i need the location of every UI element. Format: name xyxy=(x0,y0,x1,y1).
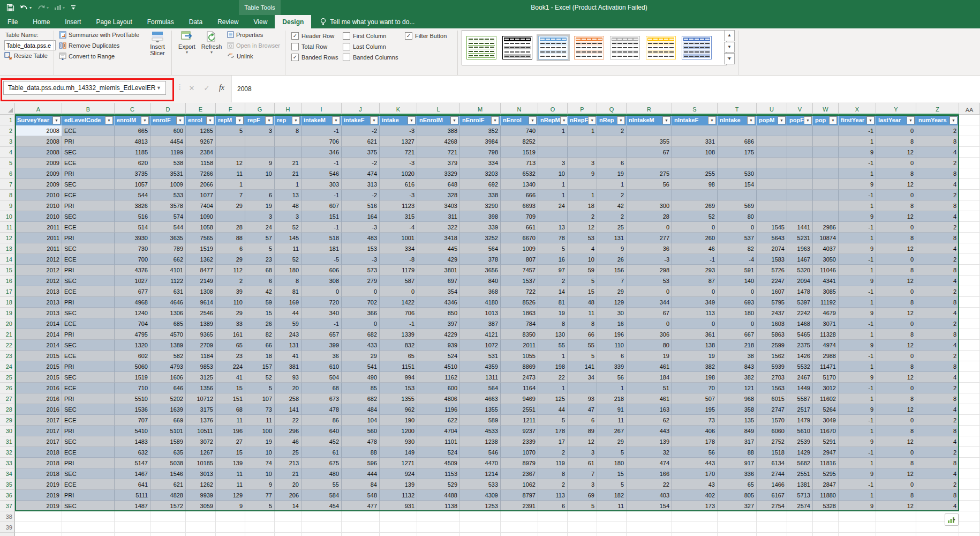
column-header-G[interactable]: G xyxy=(245,103,275,115)
cell-intakeF[interactable]: 474 xyxy=(342,168,380,179)
cell-nEnrolF[interactable]: 1238 xyxy=(460,436,501,447)
cell-popM[interactable] xyxy=(757,211,787,222)
checkbox-total-row[interactable]: Total Row xyxy=(291,43,327,50)
empty-cell[interactable] xyxy=(275,522,301,533)
cell-firstYear[interactable]: 9 xyxy=(839,404,876,415)
cell-numYears[interactable]: 4 xyxy=(916,501,959,511)
header-cell-nIntake[interactable]: nIntake▼ xyxy=(718,115,757,125)
cell-nRep[interactable]: 2 xyxy=(597,211,627,222)
cell-enrolM[interactable]: 1320 xyxy=(115,340,150,351)
cell-nIntakeM[interactable]: 298 xyxy=(627,265,672,276)
cell-numYears[interactable]: 4 xyxy=(916,276,959,286)
empty-cell[interactable] xyxy=(959,308,980,318)
cell-intakeM[interactable]: 610 xyxy=(301,361,342,372)
cell-SurveyYear[interactable]: 2016 xyxy=(15,383,62,393)
row-number[interactable]: 37 xyxy=(0,501,15,511)
cell-pop[interactable] xyxy=(813,136,839,147)
tab-view[interactable]: View xyxy=(246,15,275,28)
cell-repM[interactable]: 161 xyxy=(216,329,245,340)
cell-repM[interactable]: 224 xyxy=(216,361,245,372)
cell-rep[interactable]: 8 xyxy=(275,125,301,136)
cell-pop[interactable]: 4341 xyxy=(813,276,839,286)
cell-enrol[interactable]: 8477 xyxy=(186,265,216,276)
cell-intake[interactable]: 65 xyxy=(380,351,417,361)
cell-nRep[interactable]: 110 xyxy=(597,340,627,351)
row-number[interactable]: 15 xyxy=(0,265,15,276)
cell-popM[interactable] xyxy=(757,158,787,168)
checkbox-box[interactable]: ✓ xyxy=(291,32,299,40)
cell-nIntakeF[interactable]: 198 xyxy=(672,372,718,383)
empty-cell[interactable] xyxy=(839,533,876,536)
cell-lastYear[interactable]: 12 xyxy=(876,179,916,190)
cell-repM[interactable] xyxy=(216,147,245,158)
cell-nRep[interactable]: 6 xyxy=(597,158,627,168)
cell-nIntakeM[interactable]: 139 xyxy=(627,436,672,447)
cell-nEnrolM[interactable]: 328 xyxy=(417,190,460,200)
cell-lastYear[interactable]: 8 xyxy=(876,200,916,211)
cell-SurveyYear[interactable]: 2019 xyxy=(15,490,62,501)
row-number[interactable]: 25 xyxy=(0,372,15,383)
empty-cell[interactable] xyxy=(839,511,876,522)
cell-nIntake[interactable]: 154 xyxy=(718,179,757,190)
cell-nRep[interactable]: 56 xyxy=(597,372,627,383)
cell-repM[interactable]: 68 xyxy=(216,404,245,415)
cell-rep[interactable]: 381 xyxy=(275,361,301,372)
row-number[interactable]: 11 xyxy=(0,222,15,233)
cell-pop[interactable] xyxy=(813,168,839,179)
cell-nIntakeF[interactable]: 0 xyxy=(672,222,718,233)
cell-lastYear[interactable]: 0 xyxy=(876,158,916,168)
cell-enrolF[interactable]: 1639 xyxy=(150,404,186,415)
cell-lastYear[interactable]: 0 xyxy=(876,415,916,426)
tab-data[interactable]: Data xyxy=(182,15,210,28)
empty-cell[interactable] xyxy=(959,125,980,136)
cell-edLevelCode[interactable]: PRI xyxy=(62,490,115,501)
cell-nIntakeM[interactable]: 22 xyxy=(627,479,672,490)
cell-firstYear[interactable]: 9 xyxy=(839,276,876,286)
column-header-S[interactable]: S xyxy=(672,103,718,115)
row-number[interactable] xyxy=(0,533,15,536)
empty-cell[interactable] xyxy=(959,372,980,383)
cell-intakeF[interactable]: 444 xyxy=(342,468,380,479)
cell-repF[interactable]: 77 xyxy=(245,490,275,501)
table-style-black[interactable] xyxy=(501,34,534,61)
cell-SurveyYear[interactable]: 2011 xyxy=(15,243,62,254)
empty-cell[interactable] xyxy=(380,533,417,536)
cell-repM[interactable]: 9 xyxy=(216,501,245,511)
cell-nEnrolF[interactable]: 3984 xyxy=(460,136,501,147)
cell-popF[interactable]: 1468 xyxy=(787,318,813,329)
empty-cell[interactable] xyxy=(150,511,186,522)
empty-cell[interactable] xyxy=(959,179,980,190)
cell-SurveyYear[interactable]: 2009 xyxy=(15,168,62,179)
cell-nIntakeF[interactable]: 19 xyxy=(672,351,718,361)
cell-enrol[interactable]: 1184 xyxy=(186,351,216,361)
cell-edLevelCode[interactable]: PRI xyxy=(62,265,115,276)
cell-rep[interactable]: 131 xyxy=(275,340,301,351)
cell-nIntakeF[interactable]: 170 xyxy=(672,468,718,479)
cell-nRepF[interactable]: 3 xyxy=(568,158,597,168)
cell-intake[interactable]: 315 xyxy=(380,211,417,222)
cell-nIntakeM[interactable]: 461 xyxy=(627,393,672,404)
cell-enrolF[interactable]: 789 xyxy=(150,243,186,254)
cell-edLevelCode[interactable]: PRI xyxy=(62,393,115,404)
cell-nRep[interactable]: 15 xyxy=(597,468,627,479)
cell-enrol[interactable]: 9939 xyxy=(186,490,216,501)
cell-nIntake[interactable]: 0 xyxy=(718,286,757,297)
cell-nRepF[interactable]: 9 xyxy=(568,168,597,179)
cell-lastYear[interactable]: 12 xyxy=(876,211,916,222)
cell-edLevelCode[interactable]: PRI xyxy=(62,136,115,147)
cell-popF[interactable]: 5713 xyxy=(787,490,813,501)
cell-nEnrol[interactable]: 8979 xyxy=(501,458,538,468)
empty-cell[interactable] xyxy=(501,511,538,522)
cell-firstYear[interactable]: 9 xyxy=(839,372,876,383)
cell-lastYear[interactable]: 8 xyxy=(876,426,916,436)
cell-intakeF[interactable]: 88 xyxy=(342,447,380,458)
empty-cell[interactable] xyxy=(672,511,718,522)
cell-enrol[interactable]: 1519 xyxy=(186,243,216,254)
cell-SurveyYear[interactable]: 2010 xyxy=(15,190,62,200)
cell-lastYear[interactable]: 12 xyxy=(876,243,916,254)
gallery-scroll-down-button[interactable]: ▼ xyxy=(724,42,735,53)
cell-nEnrolF[interactable]: 692 xyxy=(460,179,501,190)
cell-nRepM[interactable]: 198 xyxy=(538,361,568,372)
cell-SurveyYear[interactable]: 2019 xyxy=(15,479,62,490)
cell-intake[interactable]: 0 xyxy=(380,286,417,297)
